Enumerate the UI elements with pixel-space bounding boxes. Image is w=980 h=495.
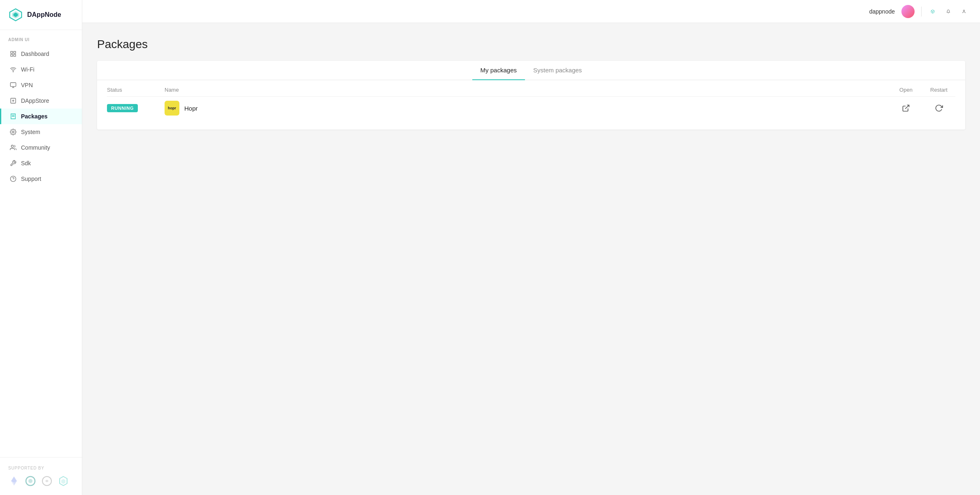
main-content: dappnode Packages [82,0,980,495]
row-name-cell: hopr Hopr [165,101,889,116]
sidebar-item-label: Wi-Fi [21,66,35,73]
sidebar-item-label: Dashboard [21,51,49,57]
packages-tabs-container: My packages System packages Status Name … [97,61,965,130]
logo-text: DAppNode [27,11,61,19]
sidebar-bottom: SUPPORTED BY [0,457,82,495]
package-logo: hopr [165,101,179,116]
dappnode-cube-icon [58,475,69,487]
sidebar-item-dappstore[interactable]: DAppStore [0,93,82,109]
dashboard-icon [9,50,17,58]
sidebar-item-label: DAppStore [21,97,49,104]
svg-marker-25 [61,479,65,484]
svg-point-15 [11,145,13,147]
row-restart-cell [922,102,955,115]
sidebar-item-label: System [21,129,40,135]
wifi-icon [9,66,17,73]
col-header-open: Open [889,87,922,93]
table-header: Status Name Open Restart [107,80,955,96]
bell-icon-button[interactable] [944,7,953,16]
svg-point-14 [12,131,14,133]
supported-by-label: SUPPORTED BY [8,466,74,470]
cube-icon-button[interactable] [928,7,937,16]
sidebar-item-label: Sdk [21,160,31,167]
system-icon [9,128,17,136]
dappstore-icon [9,97,17,104]
sidebar-item-system[interactable]: System [0,124,82,140]
support-icon [9,175,17,183]
restart-button[interactable] [932,102,945,115]
svg-rect-6 [14,54,16,56]
packages-icon [9,113,17,120]
sidebar-item-label: VPN [21,82,33,88]
svg-point-7 [13,72,13,72]
row-status: RUNNING [107,104,165,112]
sidebar-item-dashboard[interactable]: Dashboard [0,46,82,62]
tabs-header: My packages System packages [97,61,965,80]
tab-my-packages[interactable]: My packages [472,61,525,80]
sidebar-item-packages[interactable]: Packages [0,109,82,124]
col-header-status: Status [107,87,165,93]
sidebar-item-label: Support [21,176,41,182]
supported-by-icons [8,475,74,487]
status-badge: RUNNING [107,104,138,112]
gnosis-icon [25,475,36,487]
page-title: Packages [97,38,965,51]
header-divider [921,7,922,16]
header-avatar [901,5,915,18]
open-button[interactable] [899,102,913,115]
sdk-icon [9,160,17,167]
sidebar-item-wifi[interactable]: Wi-Fi [0,62,82,77]
header: dappnode [82,0,980,23]
header-username: dappnode [869,8,895,15]
stakewise-icon [41,475,53,487]
ethereum-icon [8,475,20,487]
row-open-cell [889,102,922,115]
dappnode-logo-icon [8,7,23,22]
table-row: RUNNING hopr Hopr [107,96,955,120]
vpn-icon [9,81,17,89]
svg-rect-3 [11,51,13,53]
sidebar-item-sdk[interactable]: Sdk [0,155,82,171]
svg-rect-5 [11,54,13,56]
sidebar-section-label: ADMIN UI [0,30,82,44]
svg-point-27 [963,10,964,11]
col-header-restart: Restart [922,87,955,93]
sidebar-logo: DAppNode [0,0,82,30]
svg-rect-4 [14,51,16,53]
tab-system-packages[interactable]: System packages [525,61,590,80]
col-header-name: Name [165,87,889,93]
package-name: Hopr [184,105,198,112]
svg-rect-8 [10,83,16,86]
community-icon [9,144,17,151]
sidebar-navigation: Dashboard Wi-Fi VPN DAppStore [0,44,82,457]
sidebar-item-vpn[interactable]: VPN [0,77,82,93]
content-area: Packages My packages System packages Sta… [82,23,980,495]
sidebar-item-label: Community [21,144,50,151]
sidebar-item-support[interactable]: Support [0,171,82,187]
sidebar-item-community[interactable]: Community [0,140,82,155]
sidebar: DAppNode ADMIN UI Dashboard Wi-Fi VPN [0,0,82,495]
svg-line-28 [905,105,909,109]
user-icon-button[interactable] [959,7,968,16]
sidebar-item-label: Packages [21,113,48,120]
svg-point-22 [28,479,33,483]
packages-table: Status Name Open Restart RUNNING hopr Ho… [97,80,965,130]
